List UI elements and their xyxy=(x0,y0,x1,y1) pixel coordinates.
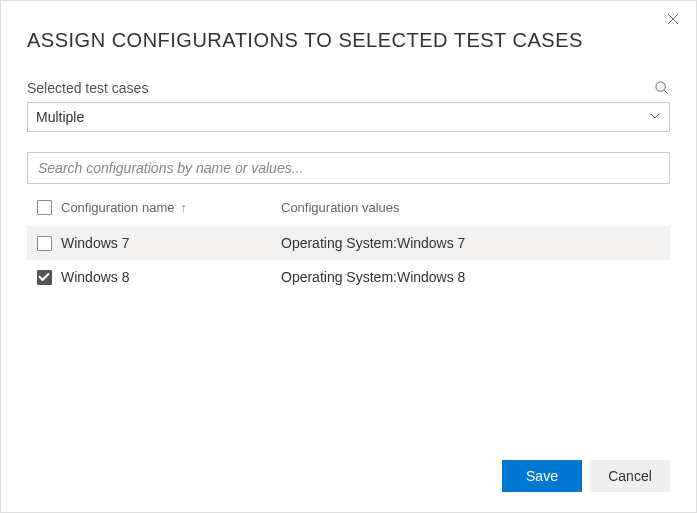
column-header-name-label: Configuration name xyxy=(61,200,174,215)
save-button[interactable]: Save xyxy=(502,460,582,492)
dialog-title: ASSIGN CONFIGURATIONS TO SELECTED TEST C… xyxy=(27,29,670,52)
dialog-footer: Save Cancel xyxy=(502,460,670,492)
row-name: Windows 7 xyxy=(61,235,281,251)
row-checkbox[interactable] xyxy=(37,236,52,251)
table-row[interactable]: Windows 8 Operating System:Windows 8 xyxy=(27,260,670,294)
close-icon xyxy=(667,11,679,29)
chevron-down-icon xyxy=(649,109,661,125)
close-button[interactable] xyxy=(664,11,682,29)
table-header: Configuration name ↑ Configuration value… xyxy=(27,190,670,226)
row-name: Windows 8 xyxy=(61,269,281,285)
select-all-checkbox[interactable] xyxy=(37,200,52,215)
row-checkbox[interactable] xyxy=(37,270,52,285)
cancel-button[interactable]: Cancel xyxy=(590,460,670,492)
row-values: Operating System:Windows 8 xyxy=(281,269,670,285)
column-header-values-label: Configuration values xyxy=(281,200,400,215)
search-configurations-input[interactable] xyxy=(27,152,670,184)
configurations-table: Configuration name ↑ Configuration value… xyxy=(27,190,670,294)
column-header-values[interactable]: Configuration values xyxy=(281,200,670,215)
row-values: Operating System:Windows 7 xyxy=(281,235,670,251)
search-icon[interactable] xyxy=(654,80,670,96)
sort-ascending-icon: ↑ xyxy=(180,200,187,215)
selected-test-cases-dropdown[interactable]: Multiple xyxy=(27,102,670,132)
svg-point-0 xyxy=(656,82,665,91)
svg-line-1 xyxy=(664,90,668,94)
selected-test-cases-label: Selected test cases xyxy=(27,80,148,96)
dropdown-value: Multiple xyxy=(36,109,84,125)
table-row[interactable]: Windows 7 Operating System:Windows 7 xyxy=(27,226,670,260)
column-header-name[interactable]: Configuration name ↑ xyxy=(61,200,281,215)
